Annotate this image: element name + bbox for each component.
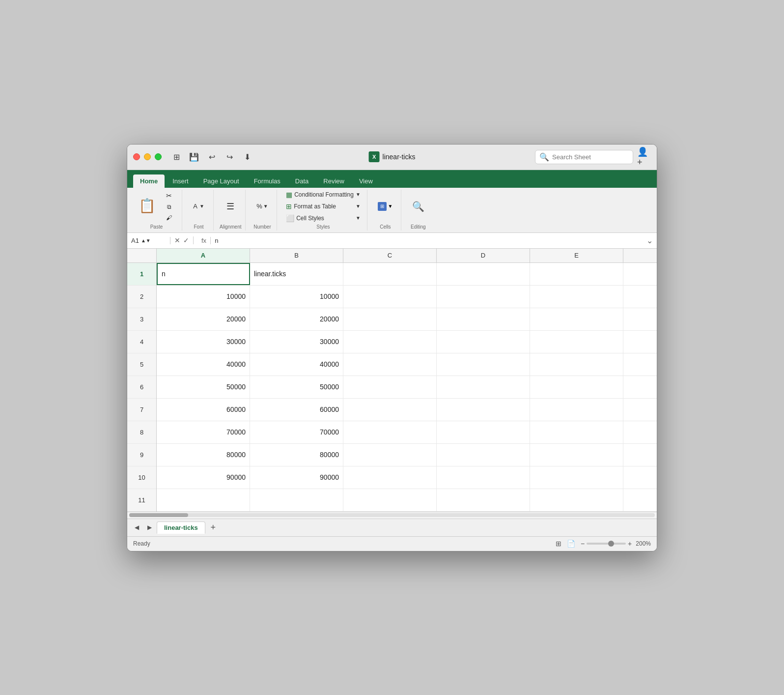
- col-header-d[interactable]: D: [437, 249, 530, 262]
- row-num-9[interactable]: 9: [127, 444, 156, 466]
- maximize-button[interactable]: [155, 153, 162, 160]
- cell-e9[interactable]: [530, 444, 623, 466]
- horizontal-scrollbar[interactable]: [127, 512, 657, 519]
- sheet-prev-button[interactable]: ◀: [131, 522, 142, 533]
- cell-d5[interactable]: [437, 353, 530, 376]
- col-header-a[interactable]: A: [157, 249, 250, 262]
- more-icon[interactable]: ⬇: [240, 150, 254, 164]
- tab-home[interactable]: Home: [133, 174, 165, 188]
- row-num-7[interactable]: 7: [127, 399, 156, 421]
- formula-expand-icon[interactable]: ⌄: [646, 236, 653, 245]
- normal-view-button[interactable]: ⊞: [553, 538, 564, 549]
- cell-b5[interactable]: 40000: [250, 353, 343, 376]
- row-num-4[interactable]: 4: [127, 331, 156, 353]
- tab-page-layout[interactable]: Page Layout: [196, 174, 246, 188]
- cell-ref-dropdown-icon[interactable]: ▲▼: [141, 238, 151, 243]
- cell-b2[interactable]: 10000: [250, 286, 343, 308]
- zoom-thumb[interactable]: [608, 541, 614, 547]
- font-name-button[interactable]: A ▼: [190, 200, 208, 212]
- cell-c4[interactable]: [343, 331, 437, 353]
- cell-b8[interactable]: 70000: [250, 421, 343, 443]
- tab-insert[interactable]: Insert: [166, 174, 196, 188]
- add-sheet-button[interactable]: +: [207, 521, 219, 533]
- cell-d6[interactable]: [437, 376, 530, 398]
- cell-a7[interactable]: 60000: [157, 399, 250, 421]
- zoom-out-button[interactable]: −: [581, 540, 585, 548]
- cell-a9[interactable]: 80000: [157, 444, 250, 466]
- cell-e3[interactable]: [530, 308, 623, 330]
- redo-icon[interactable]: ↪: [223, 150, 236, 164]
- sheet-next-button[interactable]: ▶: [144, 522, 155, 533]
- cell-d1[interactable]: [437, 263, 530, 285]
- paste-button[interactable]: 📋: [135, 195, 159, 217]
- cell-c11[interactable]: [343, 489, 437, 511]
- cancel-formula-icon[interactable]: ✕: [174, 236, 180, 244]
- cell-d10[interactable]: [437, 466, 530, 489]
- cell-b6[interactable]: 50000: [250, 376, 343, 398]
- cell-d8[interactable]: [437, 421, 530, 443]
- cell-a2[interactable]: 10000: [157, 286, 250, 308]
- row-num-11[interactable]: 11: [127, 489, 156, 512]
- cell-e10[interactable]: [530, 466, 623, 489]
- close-button[interactable]: [133, 153, 140, 160]
- cell-c8[interactable]: [343, 421, 437, 443]
- row-num-5[interactable]: 5: [127, 353, 156, 376]
- scrollbar-track[interactable]: [129, 513, 655, 517]
- cell-a3[interactable]: 20000: [157, 308, 250, 330]
- cell-a5[interactable]: 40000: [157, 353, 250, 376]
- cell-d2[interactable]: [437, 286, 530, 308]
- page-layout-view-button[interactable]: 📄: [566, 538, 577, 549]
- cell-d7[interactable]: [437, 399, 530, 421]
- cell-styles-button[interactable]: ⬜ Cell Styles ▼: [284, 213, 363, 223]
- cell-a4[interactable]: 30000: [157, 331, 250, 353]
- cell-a11[interactable]: [157, 489, 250, 511]
- cell-c10[interactable]: [343, 466, 437, 489]
- cell-c1[interactable]: [343, 263, 437, 285]
- minimize-button[interactable]: [144, 153, 151, 160]
- row-num-8[interactable]: 8: [127, 421, 156, 444]
- scrollbar-thumb[interactable]: [129, 513, 188, 517]
- cell-e6[interactable]: [530, 376, 623, 398]
- cell-d11[interactable]: [437, 489, 530, 511]
- profile-icon[interactable]: 👤+: [637, 150, 651, 164]
- cut-button[interactable]: ✂: [160, 190, 178, 201]
- cell-e11[interactable]: [530, 489, 623, 511]
- alignment-button[interactable]: ☰: [222, 199, 239, 214]
- row-num-2[interactable]: 2: [127, 286, 156, 308]
- cell-e5[interactable]: [530, 353, 623, 376]
- row-num-6[interactable]: 6: [127, 376, 156, 399]
- row-num-1[interactable]: 1: [127, 263, 156, 286]
- tab-data[interactable]: Data: [288, 174, 315, 188]
- cell-d4[interactable]: [437, 331, 530, 353]
- col-header-b[interactable]: B: [250, 249, 343, 262]
- cell-b7[interactable]: 60000: [250, 399, 343, 421]
- cell-e4[interactable]: [530, 331, 623, 353]
- col-header-c[interactable]: C: [343, 249, 437, 262]
- cell-c9[interactable]: [343, 444, 437, 466]
- col-header-e[interactable]: E: [530, 249, 623, 262]
- cell-b3[interactable]: 20000: [250, 308, 343, 330]
- cell-b11[interactable]: [250, 489, 343, 511]
- confirm-formula-icon[interactable]: ✓: [183, 236, 189, 244]
- cell-a1[interactable]: n: [157, 263, 250, 285]
- tab-view[interactable]: View: [352, 174, 380, 188]
- copy-button[interactable]: ⧉: [160, 202, 178, 212]
- row-num-10[interactable]: 10: [127, 466, 156, 489]
- sheet-tab-linear-ticks[interactable]: linear-ticks: [157, 521, 205, 534]
- format-as-table-button[interactable]: ⊞ Format as Table ▼: [284, 202, 363, 211]
- sidebar-toggle-icon[interactable]: ⊞: [169, 150, 183, 164]
- cell-e2[interactable]: [530, 286, 623, 308]
- cell-c5[interactable]: [343, 353, 437, 376]
- cell-e8[interactable]: [530, 421, 623, 443]
- cell-c2[interactable]: [343, 286, 437, 308]
- search-input[interactable]: [552, 153, 629, 161]
- cell-e1[interactable]: [530, 263, 623, 285]
- cell-d3[interactable]: [437, 308, 530, 330]
- format-painter-button[interactable]: 🖌: [160, 213, 178, 223]
- cell-a6[interactable]: 50000: [157, 376, 250, 398]
- undo-icon[interactable]: ↩: [205, 150, 219, 164]
- number-button[interactable]: % ▼: [253, 200, 271, 212]
- formula-input[interactable]: n: [215, 237, 643, 244]
- cell-a10[interactable]: 90000: [157, 466, 250, 489]
- search-bar[interactable]: 🔍: [535, 150, 633, 164]
